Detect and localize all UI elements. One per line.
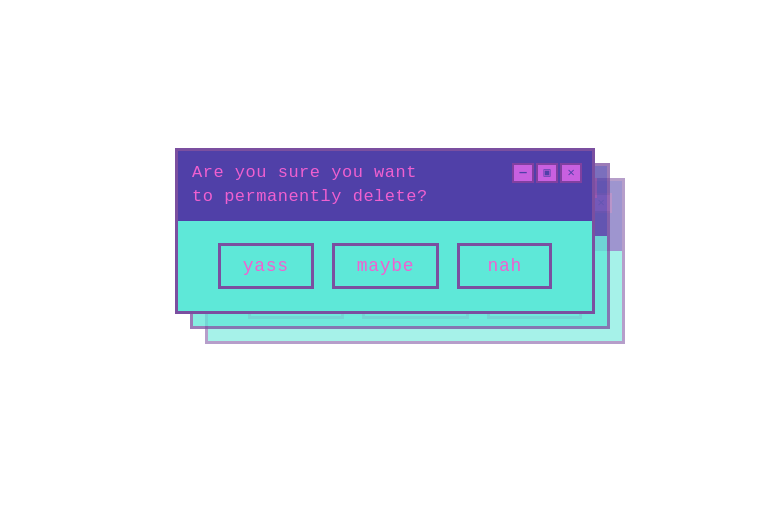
nah-button[interactable]: nah [457,243,552,289]
maximize-button[interactable]: ▣ [536,163,558,183]
titlebar-main: Are you sure you want to permanently del… [178,151,592,221]
title-line2: to permanently delete? [192,187,428,206]
maybe-button[interactable]: maybe [332,243,440,289]
yass-button[interactable]: yass [218,243,314,289]
dialog-stack: Are you sure you wantto permanently dele… [175,148,595,368]
dialog-main: Are you sure you want to permanently del… [175,148,595,314]
dialog-title: Are you sure you want to permanently del… [192,161,504,210]
titlebar-controls[interactable]: — ▣ ✕ [512,163,582,183]
close-button[interactable]: ✕ [560,163,582,183]
dialog-body: yass maybe nah [178,221,592,311]
title-line1: Are you sure you want [192,163,417,182]
minimize-button[interactable]: — [512,163,534,183]
